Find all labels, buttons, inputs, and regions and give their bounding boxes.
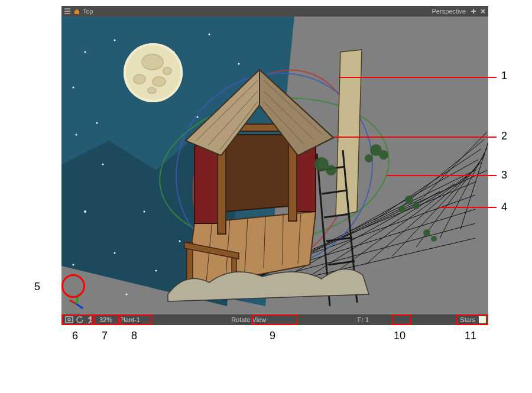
svg-rect-92 bbox=[66, 317, 73, 323]
svg-line-91 bbox=[76, 294, 79, 304]
svg-line-76 bbox=[326, 238, 352, 241]
svg-point-85 bbox=[413, 202, 420, 209]
page-root: Top Perspective bbox=[0, 0, 532, 393]
svg-marker-55 bbox=[224, 135, 295, 212]
svg-line-77 bbox=[329, 261, 355, 265]
svg-line-90 bbox=[70, 300, 76, 304]
panel-bottom-bar: 32% Plant-1 Rotate View Fr 1 Stars bbox=[61, 314, 488, 325]
frame-indicator[interactable]: Fr 1 bbox=[354, 316, 373, 323]
cabin-drawing bbox=[61, 17, 488, 314]
add-panel-icon[interactable] bbox=[469, 7, 478, 15]
close-panel-icon[interactable] bbox=[479, 7, 487, 15]
annotation-label-6: 6 bbox=[72, 330, 78, 342]
annotation-label-3: 3 bbox=[501, 169, 507, 181]
bg-color-swatch[interactable] bbox=[479, 316, 486, 323]
svg-line-89 bbox=[76, 304, 83, 308]
camera-frame-icon[interactable] bbox=[64, 316, 74, 323]
panel-top-bar: Top Perspective bbox=[61, 6, 488, 17]
svg-point-81 bbox=[365, 154, 373, 163]
svg-point-83 bbox=[326, 165, 336, 176]
panel-title: Top bbox=[83, 8, 93, 15]
svg-point-84 bbox=[405, 196, 413, 204]
zoom-level[interactable]: 32% bbox=[96, 316, 116, 323]
bg-color-label: Stars bbox=[456, 316, 476, 323]
annotation-label-7: 7 bbox=[102, 330, 108, 342]
selected-layer-name[interactable]: Plant-1 bbox=[116, 316, 144, 323]
panel-menu-icon[interactable] bbox=[63, 7, 72, 16]
axis-tripod-icon[interactable] bbox=[65, 291, 87, 313]
current-tool-label: Rotate View bbox=[228, 316, 270, 323]
annotation-label-5: 5 bbox=[34, 281, 40, 293]
svg-point-80 bbox=[379, 150, 388, 160]
svg-point-94 bbox=[89, 316, 92, 319]
annotation-label-1: 1 bbox=[501, 70, 507, 82]
annotation-label-8: 8 bbox=[131, 330, 137, 342]
svg-point-86 bbox=[398, 206, 406, 213]
viewport-panel: Top Perspective bbox=[61, 6, 488, 325]
annotation-label-4: 4 bbox=[501, 201, 507, 213]
svg-point-88 bbox=[431, 236, 437, 242]
annotation-label-2: 2 bbox=[501, 130, 507, 142]
view-mode-label[interactable]: Perspective bbox=[432, 8, 466, 15]
home-icon[interactable] bbox=[72, 7, 82, 16]
annotation-label-11: 11 bbox=[465, 330, 476, 342]
reset-view-icon[interactable] bbox=[74, 316, 85, 324]
annotation-label-9: 9 bbox=[270, 330, 275, 342]
person-pose-icon[interactable] bbox=[85, 316, 96, 324]
annotation-label-10: 10 bbox=[394, 330, 406, 342]
viewport-canvas[interactable] bbox=[61, 17, 488, 314]
svg-point-87 bbox=[423, 229, 430, 236]
svg-point-93 bbox=[68, 319, 70, 321]
